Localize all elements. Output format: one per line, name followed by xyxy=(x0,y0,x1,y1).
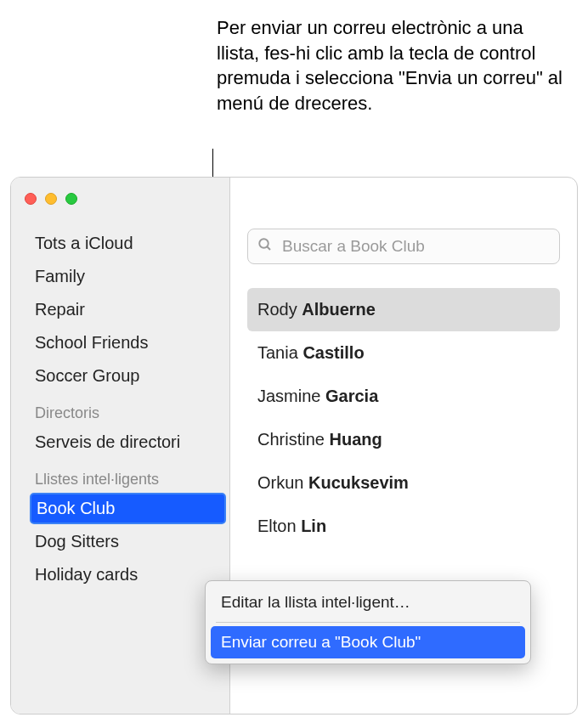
sidebar-item-group[interactable]: Soccer Group xyxy=(11,359,229,393)
contact-last-name: Garcia xyxy=(325,387,378,405)
section-header-directories: Directoris xyxy=(11,393,229,426)
contact-last-name: Albuerne xyxy=(302,300,376,319)
contact-row[interactable]: Elton Lin xyxy=(247,505,560,548)
contact-row[interactable]: Christine Huang xyxy=(247,418,560,461)
contact-first-name: Tania xyxy=(257,343,302,362)
svg-point-0 xyxy=(259,239,269,248)
menu-item-send-mail[interactable]: Enviar correu a "Book Club" xyxy=(211,626,525,658)
contact-row[interactable]: Orkun Kucuksevim xyxy=(247,461,560,505)
help-callout-text: Per enviar un correu electrònic a una ll… xyxy=(217,15,565,116)
svg-line-1 xyxy=(267,246,270,250)
contacts-window: Tots a iCloudFamilyRepairSchool FriendsS… xyxy=(10,177,578,715)
sidebar: Tots a iCloudFamilyRepairSchool FriendsS… xyxy=(11,178,230,714)
sidebar-item-group[interactable]: Family xyxy=(11,260,229,293)
menu-separator xyxy=(216,622,520,623)
contact-row[interactable]: Tania Castillo xyxy=(247,331,560,375)
contact-last-name: Castillo xyxy=(302,343,364,362)
search-icon xyxy=(257,237,273,256)
sidebar-item-group[interactable]: School Friends xyxy=(11,326,229,359)
maximize-button[interactable] xyxy=(65,193,77,205)
menu-item-edit-smart-list[interactable]: Editar la llista intel·ligent… xyxy=(211,586,525,619)
contact-last-name: Kucuksevim xyxy=(308,473,409,492)
contact-first-name: Orkun xyxy=(257,473,308,492)
contact-first-name: Rody xyxy=(257,300,302,319)
contact-row[interactable]: Jasmine Garcia xyxy=(247,375,560,418)
contact-last-name: Huang xyxy=(329,430,382,449)
sidebar-item-group[interactable]: Tots a iCloud xyxy=(11,227,229,260)
contact-first-name: Jasmine xyxy=(257,387,325,405)
search-input[interactable] xyxy=(247,229,560,264)
sidebar-item-group[interactable]: Repair xyxy=(11,293,229,326)
search-field-wrap xyxy=(247,229,560,264)
contact-last-name: Lin xyxy=(301,517,326,535)
window-controls xyxy=(25,193,77,205)
minimize-button[interactable] xyxy=(45,193,57,205)
section-header-smart-lists: Llistes intel·ligents xyxy=(11,459,229,492)
context-menu: Editar la llista intel·ligent… Enviar co… xyxy=(205,580,531,664)
sidebar-item-directory[interactable]: Serveis de directori xyxy=(11,426,229,459)
contact-first-name: Elton xyxy=(257,517,301,535)
close-button[interactable] xyxy=(25,193,37,205)
contact-first-name: Christine xyxy=(257,430,329,449)
sidebar-item-smart-list[interactable]: Holiday cards xyxy=(11,558,229,591)
sidebar-item-smart-list[interactable]: Dog Sitters xyxy=(11,525,229,558)
contact-row[interactable]: Rody Albuerne xyxy=(247,288,560,331)
sidebar-item-smart-list[interactable]: Book Club xyxy=(30,493,226,524)
